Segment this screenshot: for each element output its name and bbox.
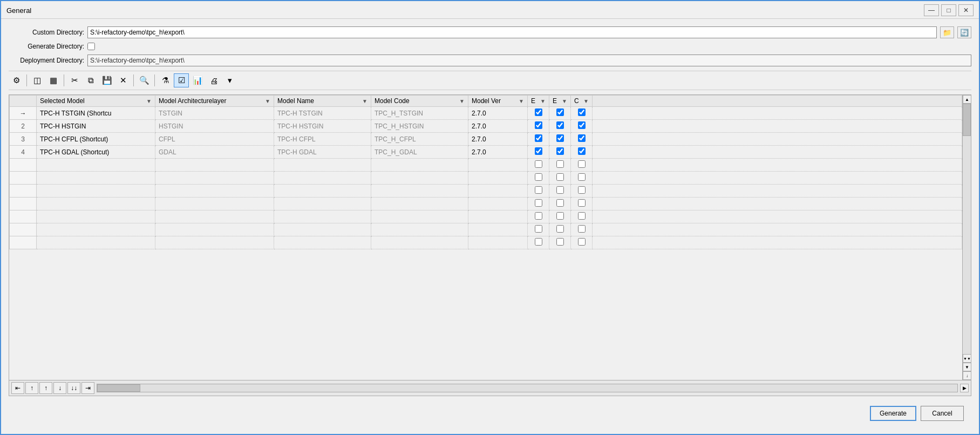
cell-model-code[interactable]: TPC_H_GDAL bbox=[371, 146, 468, 159]
checkbox-c[interactable] bbox=[578, 186, 586, 194]
cell-selected-model[interactable]: TPC-H HSTGIN bbox=[37, 120, 155, 133]
cell-model-code[interactable] bbox=[371, 236, 468, 249]
cell-arch-layer[interactable]: TSTGIN bbox=[155, 107, 274, 120]
cell-model-ver[interactable]: 2.7.0 bbox=[468, 146, 528, 159]
cell-arch-layer[interactable]: CFPL bbox=[155, 133, 274, 146]
checkbox-c[interactable] bbox=[578, 121, 586, 129]
cell-model-name[interactable] bbox=[274, 172, 371, 185]
scroll-down-button[interactable]: ↓ bbox=[963, 371, 971, 380]
cell-model-name[interactable] bbox=[274, 223, 371, 236]
checkbox-e1[interactable] bbox=[535, 134, 542, 142]
cell-model-ver[interactable] bbox=[468, 223, 528, 236]
cell-selected-model[interactable]: TPC-H TSTGIN (Shortcu bbox=[37, 107, 155, 120]
nav-prev-button[interactable]: ↑ bbox=[25, 382, 38, 394]
col-header-e2[interactable]: E ▼ bbox=[549, 96, 571, 107]
checkbox-c[interactable] bbox=[578, 173, 586, 181]
checkbox-e1[interactable] bbox=[535, 108, 542, 116]
cell-selected-model[interactable] bbox=[37, 172, 155, 185]
cell-model-code[interactable] bbox=[371, 210, 468, 223]
checkbox-c[interactable] bbox=[578, 212, 586, 220]
cell-model-name[interactable] bbox=[274, 159, 371, 172]
cell-model-code[interactable] bbox=[371, 198, 468, 210]
cell-model-ver[interactable] bbox=[468, 236, 528, 249]
cell-model-ver[interactable]: 2.7.0 bbox=[468, 107, 528, 120]
nav-prev-step-button[interactable]: ↑ bbox=[39, 382, 52, 394]
refresh-button[interactable]: 🔄 bbox=[957, 26, 971, 38]
checkbox-c[interactable] bbox=[578, 160, 586, 168]
cell-model-name[interactable]: TPC-H GDAL bbox=[274, 146, 371, 159]
cell-model-code[interactable] bbox=[371, 223, 468, 236]
checkbox-e1[interactable] bbox=[535, 121, 542, 129]
cell-model-ver[interactable]: 2.7.0 bbox=[468, 133, 528, 146]
cell-model-code[interactable] bbox=[371, 185, 468, 198]
checkbox-e2[interactable] bbox=[556, 147, 564, 155]
nav-next-step-button[interactable]: ↓↓ bbox=[67, 382, 80, 394]
cell-arch-layer[interactable]: GDAL bbox=[155, 146, 274, 159]
toolbar-view1-button[interactable]: ◫ bbox=[30, 73, 45, 87]
cell-model-name[interactable] bbox=[274, 185, 371, 198]
scroll-track[interactable] bbox=[963, 104, 971, 354]
toolbar-print-dropdown-button[interactable]: ▾ bbox=[222, 73, 237, 87]
cell-arch-layer[interactable] bbox=[155, 236, 274, 249]
checkbox-e2[interactable] bbox=[556, 108, 564, 116]
toolbar-delete-button[interactable]: ✕ bbox=[115, 73, 131, 87]
cell-selected-model[interactable] bbox=[37, 159, 155, 172]
toolbar-search-button[interactable]: 🔍 bbox=[137, 73, 152, 87]
cell-model-code[interactable] bbox=[371, 159, 468, 172]
checkbox-c[interactable] bbox=[578, 108, 586, 116]
cell-model-code[interactable] bbox=[371, 172, 468, 185]
checkbox-e1[interactable] bbox=[535, 147, 542, 155]
toolbar-view2-button[interactable]: ▦ bbox=[46, 73, 61, 87]
scroll-down-end-button[interactable]: ▼▼ bbox=[963, 354, 971, 363]
col-header-model-code[interactable]: Model Code ▼ bbox=[371, 96, 468, 107]
vertical-scrollbar[interactable]: ▲ ▼▼ ▼ ↓ bbox=[962, 95, 971, 380]
nav-next-button[interactable]: ↓ bbox=[53, 382, 66, 394]
checkbox-e1[interactable] bbox=[535, 238, 542, 246]
cell-model-code[interactable]: TPC_H_TSTGIN bbox=[371, 107, 468, 120]
cell-arch-layer[interactable] bbox=[155, 159, 274, 172]
generate-button[interactable]: Generate bbox=[870, 406, 916, 421]
cell-model-ver[interactable] bbox=[468, 198, 528, 210]
toolbar-save-button[interactable]: 💾 bbox=[99, 73, 114, 87]
cell-model-ver[interactable] bbox=[468, 185, 528, 198]
checkbox-c[interactable] bbox=[578, 238, 586, 246]
checkbox-c[interactable] bbox=[578, 225, 586, 233]
toolbar-export-button[interactable]: 📊 bbox=[190, 73, 205, 87]
cell-model-ver[interactable] bbox=[468, 172, 528, 185]
checkbox-e1[interactable] bbox=[535, 173, 542, 181]
toolbar-settings-button[interactable]: ⚙ bbox=[9, 73, 24, 87]
checkbox-c[interactable] bbox=[578, 134, 586, 142]
col-header-selected-model[interactable]: Selected Model ▼ bbox=[37, 96, 155, 107]
col-header-c[interactable]: C ▼ bbox=[571, 96, 593, 107]
checkbox-e2[interactable] bbox=[556, 225, 564, 233]
cell-selected-model[interactable] bbox=[37, 185, 155, 198]
checkbox-e2[interactable] bbox=[556, 186, 564, 194]
checkbox-e1[interactable] bbox=[535, 186, 542, 194]
checkbox-e2[interactable] bbox=[556, 160, 564, 168]
cell-arch-layer[interactable] bbox=[155, 223, 274, 236]
toolbar-check-button[interactable]: ☑ bbox=[174, 73, 189, 87]
cell-model-name[interactable] bbox=[274, 210, 371, 223]
cell-model-name[interactable] bbox=[274, 198, 371, 210]
scroll-down-step-button[interactable]: ▼ bbox=[963, 363, 971, 371]
cancel-button[interactable]: Cancel bbox=[921, 406, 964, 421]
cell-selected-model[interactable]: TPC-H GDAL (Shortcut) bbox=[37, 146, 155, 159]
browse-folder-button[interactable]: 📁 bbox=[940, 26, 954, 38]
cell-selected-model[interactable]: TPC-H CFPL (Shortcut) bbox=[37, 133, 155, 146]
cell-arch-layer[interactable] bbox=[155, 172, 274, 185]
cell-model-code[interactable]: TPC_H_CFPL bbox=[371, 133, 468, 146]
checkbox-c[interactable] bbox=[578, 199, 586, 207]
col-header-arch-layer[interactable]: Model Architecturelayer ▼ bbox=[155, 96, 274, 107]
col-header-e1[interactable]: E ▼ bbox=[528, 96, 549, 107]
scroll-thumb[interactable] bbox=[963, 104, 971, 136]
cell-model-name[interactable]: TPC-H CFPL bbox=[274, 133, 371, 146]
nav-last-button[interactable]: ⇥ bbox=[81, 382, 94, 394]
deployment-directory-input[interactable] bbox=[87, 55, 971, 66]
cell-model-ver[interactable] bbox=[468, 210, 528, 223]
col-header-model-name[interactable]: Model Name ▼ bbox=[274, 96, 371, 107]
checkbox-e1[interactable] bbox=[535, 160, 542, 168]
checkbox-e2[interactable] bbox=[556, 238, 564, 246]
toolbar-filter-button[interactable]: ⚗ bbox=[158, 73, 173, 87]
cell-arch-layer[interactable] bbox=[155, 198, 274, 210]
checkbox-e1[interactable] bbox=[535, 199, 542, 207]
